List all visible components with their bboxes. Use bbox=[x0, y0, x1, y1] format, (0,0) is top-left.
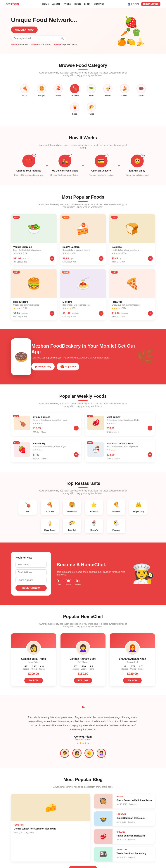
blog-small-category: ASIAN FOOD bbox=[116, 849, 146, 851]
chef-stat-orders: 320 Orders bbox=[31, 665, 37, 670]
weekly-food-card[interactable]: HOT 🥩 Meat Jumpy Grilled steak, Sauce, V… bbox=[85, 413, 155, 436]
weekly-add-button[interactable]: + bbox=[74, 452, 79, 457]
weekly-food-card[interactable]: NEW 🍗 Crispy Express Spiced grilled chic… bbox=[11, 413, 81, 436]
nav-contact[interactable]: CONTACT bbox=[94, 3, 104, 5]
search-input[interactable] bbox=[14, 37, 60, 40]
nav-cart[interactable]: RESTAURANT bbox=[141, 2, 161, 6]
food-card[interactable]: 🍕 HOT PizzaHut Crispy crust with premium… bbox=[109, 269, 155, 320]
category-item[interactable]: 🍰 Cakes bbox=[117, 82, 132, 98]
restaurant-item[interactable]: 🍗KFC bbox=[19, 500, 37, 515]
food-card[interactable]: 🍞 HOT Bakeries Freshly baked artisan bre… bbox=[109, 214, 155, 265]
chef-follow-button[interactable]: FOLLOW bbox=[74, 678, 92, 683]
chef-email-input[interactable] bbox=[16, 569, 47, 575]
weekly-card-image: 🍗 bbox=[13, 415, 30, 430]
chef-name-input[interactable] bbox=[16, 562, 47, 567]
category-item[interactable]: 🍗 Chicken bbox=[67, 82, 82, 98]
testimonial-avatar[interactable]: 👨 bbox=[60, 749, 70, 758]
restaurant-item[interactable]: 👑Burger King bbox=[129, 500, 147, 515]
food-card[interactable]: 🥗 NEW Veggie Supreme Fresh Garden Salad … bbox=[11, 214, 57, 265]
add-to-cart-button[interactable]: + bbox=[50, 311, 54, 316]
chef-banner-section: Register Now REGISTER NOW Become A HomeC… bbox=[0, 542, 166, 605]
step-number: 02 bbox=[68, 154, 72, 158]
weekly-add-button[interactable]: + bbox=[147, 426, 153, 431]
food-price: $11.49 bbox=[62, 312, 71, 315]
blog-card-large[interactable]: 🧀 FOOD TIPS Center Wheat For Semicon Ren… bbox=[11, 794, 90, 862]
add-to-cart-button[interactable]: + bbox=[50, 256, 54, 261]
weekly-card-image: 🍜 bbox=[87, 442, 104, 457]
chef-avatar: 👩 bbox=[26, 641, 41, 655]
category-item[interactable]: 🍔 Burger bbox=[34, 82, 49, 98]
nav-home[interactable]: HOME bbox=[43, 3, 49, 5]
chef-stat-recipes: 45 Recipes bbox=[23, 665, 29, 670]
step-arrow-icon: → bbox=[45, 163, 49, 167]
blog-card-small[interactable]: 🥩 GRILLING Paste Semicon Renewing Jun 6,… bbox=[94, 829, 155, 844]
weekly-price: $18.99 bbox=[107, 427, 114, 430]
app-store-button[interactable]: 🍎 App Store bbox=[57, 363, 79, 370]
restaurant-item[interactable]: 🌮Taco Bell bbox=[63, 519, 81, 533]
food-card[interactable]: 🍝 SALE Mondo's Homemade pasta bolognese … bbox=[60, 269, 106, 320]
category-item[interactable]: 🍣 Sushi bbox=[51, 82, 65, 98]
section-divider-weekly bbox=[78, 400, 88, 401]
add-to-cart-button[interactable]: + bbox=[99, 256, 104, 261]
view-all-blog-button[interactable]: VIEW ALL POST bbox=[68, 866, 98, 868]
category-item[interactable]: 🌮 Tacos bbox=[84, 100, 99, 117]
weekly-food-card[interactable]: NEW 🍜 Mianmao Chinese Food Handmade nood… bbox=[85, 439, 155, 462]
add-to-cart-button[interactable]: + bbox=[148, 311, 153, 316]
add-to-cart-button[interactable]: + bbox=[99, 311, 104, 316]
food-badge: SALE bbox=[62, 271, 70, 274]
food-card[interactable]: 🍰 SALE Bake's Lantern Chocolate layer ca… bbox=[60, 214, 106, 265]
testimonial-avatar[interactable]: 👩 bbox=[72, 749, 82, 758]
category-icon: 🍣 bbox=[54, 84, 63, 93]
add-to-cart-button[interactable]: + bbox=[148, 256, 153, 261]
chef-phone-input[interactable] bbox=[16, 577, 47, 583]
weekly-info: 680 Cal | 25 min bbox=[33, 431, 79, 433]
food-card-body: Bake's Lantern Chocolate layer cake with… bbox=[60, 243, 106, 265]
restaurant-item[interactable]: 🍦Dairy Queen bbox=[40, 519, 59, 533]
chef-follow-button[interactable]: FOLLOW bbox=[123, 678, 142, 683]
chef-follow-button[interactable]: FOLLOW bbox=[24, 678, 43, 683]
blog-card-small[interactable]: 🍱 ASIAN FOOD Tarsia Semicon Renewing Jun… bbox=[94, 847, 155, 862]
food-price-container: $12.99 $16.00 bbox=[13, 257, 29, 260]
nav-pages[interactable]: PAGES bbox=[63, 3, 71, 5]
testimonial-avatar[interactable]: 👩‍🦱 bbox=[96, 749, 106, 758]
category-item[interactable]: 🍩 Donuts bbox=[134, 82, 148, 98]
restaurant-item[interactable]: 🍕Domino's bbox=[107, 500, 126, 515]
weekly-food-card[interactable]: SALE 🍓 Strawberry Fresh strawberry desse… bbox=[11, 439, 81, 462]
nav-about[interactable]: ABOUT bbox=[52, 3, 60, 5]
nav-login[interactable]: 👤 LOGIN bbox=[128, 3, 139, 5]
testimonial-avatar[interactable]: 👴 bbox=[84, 749, 94, 758]
blog-card-small[interactable]: 🍲 LIFESTYLE Omni Semicon Delicious Jun 8… bbox=[94, 811, 155, 826]
order-food-button[interactable]: ORDER A FOOD bbox=[11, 27, 38, 33]
nav-blog[interactable]: BLOG bbox=[74, 3, 81, 5]
google-play-button[interactable]: ▶ Google Play bbox=[31, 363, 54, 370]
restaurant-item[interactable]: ⭐Hardee's bbox=[85, 500, 103, 515]
search-button[interactable]: 🔍 bbox=[60, 37, 64, 40]
weekly-add-button[interactable]: + bbox=[147, 452, 153, 457]
category-item[interactable]: 🍜 Ramen bbox=[101, 82, 115, 98]
weekly-add-button[interactable]: + bbox=[74, 426, 79, 431]
weekly-foods-subtitle: A wonderful serenity has taken possessio… bbox=[37, 402, 129, 407]
chef-submit-button[interactable]: REGISTER NOW bbox=[16, 585, 47, 591]
restaurant-item[interactable]: 🍨Braum's bbox=[85, 519, 103, 533]
restaurant-logo: ⭐Hardee's bbox=[90, 502, 98, 514]
restaurant-item[interactable]: 🐔Popeyes bbox=[107, 519, 126, 533]
chef-stats: 0+ Chef 0K Foods 0+ Orders bbox=[57, 579, 126, 585]
category-item[interactable]: 🥗 Salad bbox=[84, 82, 99, 98]
category-item[interactable]: 🍟 Fries bbox=[67, 100, 82, 117]
food-card-footer: $9.99 $12.50 + bbox=[13, 311, 54, 316]
weekly-card-info: Meat Jumpy Grilled steak, Sauce, Vegetab… bbox=[107, 415, 153, 433]
nav-shop[interactable]: SHOP bbox=[84, 3, 90, 5]
blog-card-small[interactable]: 🥘 RECIPE Fresh Semicon Delicious Taste J… bbox=[94, 794, 155, 808]
food-card[interactable]: 🍔 NEW Hamburger's Classic beef patty wit… bbox=[11, 269, 57, 320]
restaurant-item[interactable]: 🍔McDonald's bbox=[63, 500, 81, 515]
category-item[interactable]: 🍕 Pizza bbox=[18, 82, 32, 98]
category-icon: 🍕 bbox=[20, 84, 29, 93]
food-info: 620 Cal | 35 min bbox=[62, 316, 104, 318]
chefs-subtitle: A wonderful serenity has taken possessio… bbox=[37, 623, 129, 628]
food-card-subtitle: Homemade pasta bolognese sauce bbox=[62, 304, 104, 306]
site-logo[interactable]: Mezban bbox=[5, 2, 19, 6]
restaurant-item[interactable]: 🍕Pizza Hut bbox=[40, 500, 59, 515]
blog-small-meta: Jun 6, 2023 | By Admin bbox=[116, 839, 146, 841]
food-price-container: $8.99 $11.00 bbox=[62, 257, 77, 260]
chef-price: $200.00 bbox=[14, 672, 53, 676]
